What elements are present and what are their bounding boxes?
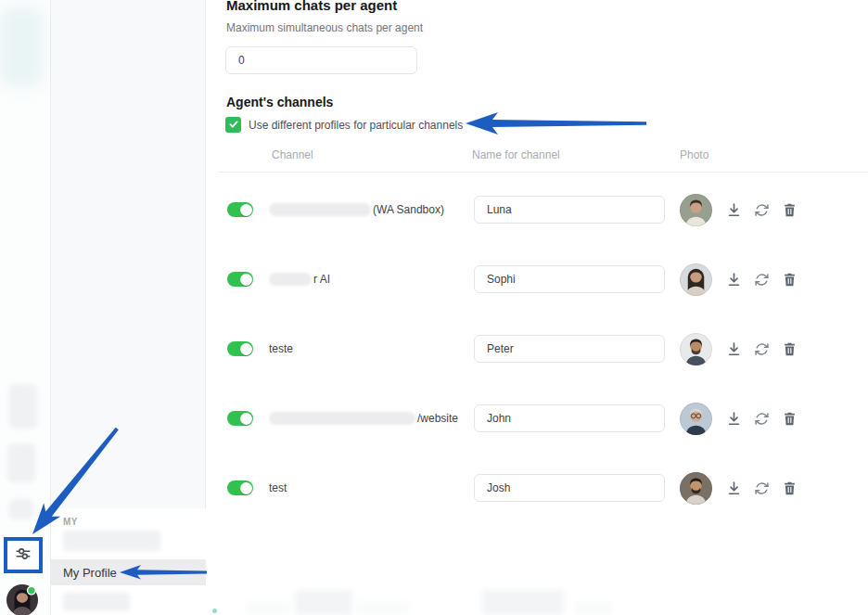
menu-item-label: My Profile xyxy=(63,566,117,580)
name-for-channel-input[interactable] xyxy=(474,404,665,432)
channel-visible-text: r AI xyxy=(313,273,330,286)
blurred-content xyxy=(482,590,564,615)
trash-icon[interactable] xyxy=(781,480,798,496)
channel-name: teste xyxy=(269,342,293,355)
channel-row: (WA Sandbox) xyxy=(206,175,868,245)
channel-row: teste xyxy=(206,314,868,384)
channel-enabled-toggle[interactable] xyxy=(227,341,253,356)
download-icon[interactable] xyxy=(725,480,742,496)
table-header-divider xyxy=(219,172,868,173)
menu-group-label: MY xyxy=(63,517,78,527)
checkbox-label: Use different profiles for particular ch… xyxy=(249,119,463,132)
redacted-channel-text xyxy=(269,203,371,216)
channel-row: /website xyxy=(206,384,868,454)
download-icon[interactable] xyxy=(725,340,742,357)
channel-row: test xyxy=(206,454,868,523)
channel-enabled-toggle[interactable] xyxy=(227,411,253,426)
row-actions xyxy=(725,340,798,357)
blurred-menu-item[interactable] xyxy=(63,531,160,551)
download-icon[interactable] xyxy=(725,410,742,427)
channel-profile-photo xyxy=(680,403,712,435)
channel-profile-photo xyxy=(680,194,712,226)
sliders-icon xyxy=(13,544,33,568)
row-actions xyxy=(725,410,798,427)
sync-icon[interactable] xyxy=(753,480,770,496)
trash-icon[interactable] xyxy=(781,340,798,357)
redacted-channel-text xyxy=(269,273,312,286)
blurred-content xyxy=(575,601,612,615)
blurred-content xyxy=(295,590,352,615)
name-for-channel-input[interactable] xyxy=(474,196,665,224)
channel-enabled-toggle[interactable] xyxy=(227,272,253,287)
row-actions xyxy=(725,201,798,218)
sync-icon[interactable] xyxy=(753,410,770,427)
channel-name: r AI xyxy=(269,273,330,286)
profiles-checkbox-row: Use different profiles for particular ch… xyxy=(225,117,463,133)
download-icon[interactable] xyxy=(725,201,742,218)
blurred-rail-icon xyxy=(9,384,37,429)
sync-icon[interactable] xyxy=(753,340,770,357)
sync-icon[interactable] xyxy=(753,201,770,218)
channel-enabled-toggle[interactable] xyxy=(227,202,253,217)
name-for-channel-input[interactable] xyxy=(474,335,665,363)
channel-visible-text: test xyxy=(269,481,287,494)
main-content: Maximum chats per agent Maximum simultan… xyxy=(206,0,868,615)
secondary-panel: MY My Profile xyxy=(51,0,206,615)
sync-icon[interactable] xyxy=(753,271,770,288)
channel-name: test xyxy=(269,481,287,494)
profile-menu-popup: MY My Profile xyxy=(51,508,206,615)
max-chats-description: Maximum simultaneous chats per agent xyxy=(226,21,423,34)
settings-nav-button[interactable] xyxy=(4,537,43,573)
trash-icon[interactable] xyxy=(781,201,798,218)
channel-profile-photo xyxy=(680,333,712,365)
download-icon[interactable] xyxy=(725,271,742,288)
blurred-logo xyxy=(0,7,43,86)
blurred-content xyxy=(355,601,409,615)
channel-profile-photo xyxy=(680,472,712,505)
column-header-channel: Channel xyxy=(272,148,313,161)
max-chats-input[interactable] xyxy=(225,46,417,74)
use-different-profiles-checkbox[interactable] xyxy=(225,117,241,133)
blurred-menu-item[interactable] xyxy=(63,593,130,611)
app-window: MY My Profile Maximum chats per agent Ma… xyxy=(0,0,868,615)
channel-enabled-toggle[interactable] xyxy=(227,480,253,495)
check-icon xyxy=(228,117,239,134)
column-header-name: Name for channel xyxy=(472,148,560,161)
channel-visible-text: (WA Sandbox) xyxy=(373,203,444,216)
left-icon-rail xyxy=(0,0,51,615)
blurred-rail-icon xyxy=(9,499,33,519)
trash-icon[interactable] xyxy=(781,410,798,427)
column-header-photo: Photo xyxy=(680,148,708,161)
channel-profile-photo xyxy=(680,263,712,296)
channel-name: (WA Sandbox) xyxy=(269,203,444,216)
blurred-rail-icon xyxy=(7,443,35,482)
menu-item-my-profile[interactable]: My Profile xyxy=(51,559,206,585)
trash-icon[interactable] xyxy=(781,271,798,288)
channel-visible-text: teste xyxy=(269,342,293,355)
current-user-avatar[interactable] xyxy=(6,584,38,615)
row-actions xyxy=(725,271,798,288)
redacted-channel-text xyxy=(269,412,415,425)
section-title-agent-channels: Agent's channels xyxy=(226,95,333,109)
blurred-content xyxy=(246,601,290,615)
name-for-channel-input[interactable] xyxy=(474,265,665,293)
blurred-emoji-fragment xyxy=(212,609,217,613)
channel-visible-text: /website xyxy=(417,412,458,425)
channel-row: r AI xyxy=(206,245,868,314)
channel-name: /website xyxy=(269,412,458,425)
row-actions xyxy=(725,480,798,496)
name-for-channel-input[interactable] xyxy=(474,474,665,502)
section-title-max-chats: Maximum chats per agent xyxy=(226,0,397,13)
